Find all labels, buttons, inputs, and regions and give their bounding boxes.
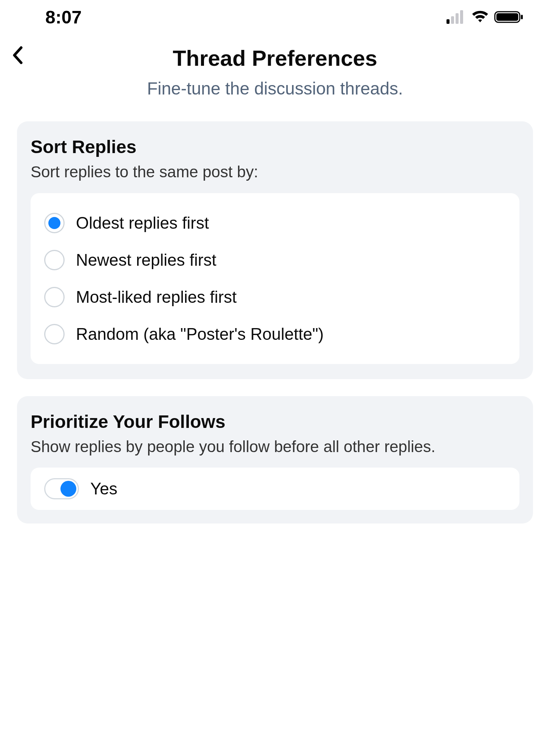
radio-button [44,287,65,307]
radio-button [44,250,65,270]
toggle-knob [60,481,76,497]
sort-option-label: Random (aka "Poster's Roulette") [76,325,324,344]
status-bar: 8:07 [0,0,550,34]
sort-replies-description: Sort replies to the same post by: [31,162,519,183]
prioritize-follows-toggle-panel: Yes [31,468,519,510]
sort-replies-options: Oldest replies firstNewest replies first… [31,193,519,364]
sort-option-2[interactable]: Most-liked replies first [44,279,506,316]
sort-option-label: Newest replies first [76,251,216,270]
svg-rect-2 [456,13,459,24]
sort-option-label: Oldest replies first [76,214,209,232]
prioritize-follows-toggle-label: Yes [90,479,117,498]
prioritize-follows-title: Prioritize Your Follows [31,411,519,432]
svg-rect-6 [521,15,523,19]
radio-button [44,213,65,233]
status-icons [446,10,524,24]
prioritize-follows-description: Show replies by people you follow before… [31,437,519,457]
battery-icon [494,10,524,24]
page-title: Thread Preferences [173,45,377,71]
svg-rect-1 [451,16,454,24]
chevron-left-icon [11,45,25,65]
content: Sort Replies Sort replies to the same po… [0,121,550,524]
radio-button [44,324,65,344]
page-subtitle: Fine-tune the discussion threads. [147,78,403,99]
sort-option-3[interactable]: Random (aka "Poster's Roulette") [44,316,506,353]
prioritize-follows-toggle[interactable] [44,478,79,499]
status-time: 8:07 [45,7,82,28]
wifi-icon [471,10,490,24]
svg-rect-3 [460,10,463,24]
cellular-icon [446,10,466,24]
page-header: Thread Preferences Fine-tune the discuss… [0,34,550,121]
prioritize-follows-card: Prioritize Your Follows Show replies by … [17,396,533,524]
sort-option-0[interactable]: Oldest replies first [44,204,506,242]
svg-rect-5 [496,13,518,21]
sort-option-label: Most-liked replies first [76,288,236,307]
svg-rect-0 [446,19,450,24]
sort-replies-title: Sort Replies [31,136,519,157]
back-button[interactable] [11,45,25,67]
sort-option-1[interactable]: Newest replies first [44,242,506,279]
radio-selected-indicator [48,217,60,229]
sort-replies-card: Sort Replies Sort replies to the same po… [17,121,533,379]
